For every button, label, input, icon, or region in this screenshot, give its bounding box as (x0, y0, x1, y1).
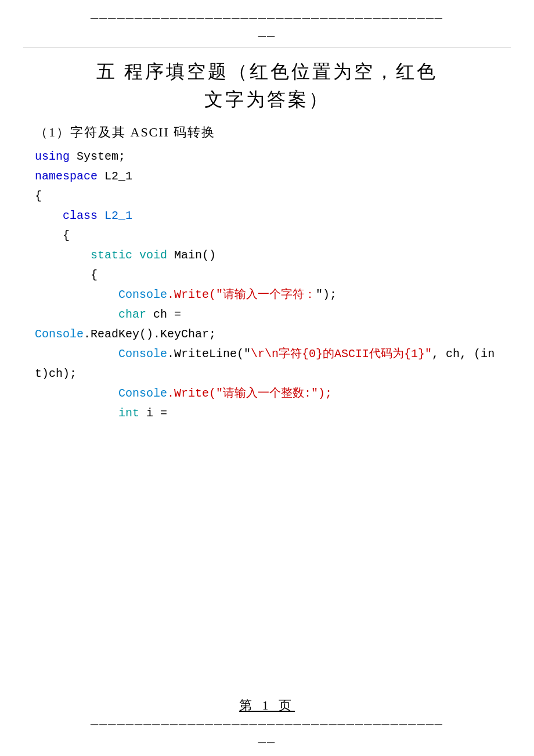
readkey: .ReadKey().KeyChar; (84, 327, 216, 341)
code-namespace-name: L2_1 (98, 170, 132, 183)
writeline-str: \r\n字符{0}的ASCII代码为{1}" (251, 347, 432, 361)
page-container: ————————————————————————————————————————… (0, 0, 534, 756)
code-line-11: Console.WriteLine("\r\n字符{0}的ASCII代码为{1}… (35, 344, 499, 384)
console-10: Console (35, 327, 84, 341)
class-name: L2_1 (98, 209, 132, 222)
bottom-dashes: ———————————————————————————————————————— (23, 717, 511, 735)
open-brace-1: { (35, 189, 42, 203)
code-line-1: using System; (35, 147, 499, 167)
ch-assign: ch = (146, 308, 181, 321)
end-8: "); (316, 288, 337, 301)
top-border-area: ————————————————————————————————————————… (0, 0, 534, 48)
section-title-line2: 文字为答案） (35, 85, 499, 113)
code-line-2: namespace L2_1 (35, 167, 499, 186)
main-method: Main() (167, 249, 216, 262)
indent-11 (35, 347, 118, 361)
code-line-7: { (35, 265, 499, 285)
write-int: .Write("请输入一个整数:"); (167, 387, 332, 400)
code-line-9: char ch = (35, 305, 499, 325)
indent-5 (35, 229, 63, 242)
indent-4 (35, 209, 63, 222)
top-double-dash: —— (23, 30, 511, 44)
kw-class: class (63, 209, 98, 222)
open-brace-2: { (63, 229, 70, 242)
kw-int: int (118, 406, 139, 420)
indent-12 (35, 387, 118, 400)
bottom-double-dash: —— (23, 736, 511, 750)
code-line-13: int i = (35, 404, 499, 423)
top-dashes: ———————————————————————————————————————— (23, 10, 511, 28)
indent-8 (35, 288, 118, 301)
section-title: 五 程序填空题（红色位置为空，红色 文字为答案） (35, 57, 499, 113)
code-line-5: { (35, 226, 499, 246)
code-line-6: static void Main() (35, 246, 499, 265)
console-12: Console (118, 387, 167, 400)
int-assign: i = (139, 406, 167, 420)
kw-namespace: namespace (35, 170, 98, 183)
code-block: using System; namespace L2_1 { class L2_… (35, 147, 499, 423)
open-brace-3: { (91, 268, 98, 282)
kw-char: char (118, 308, 146, 321)
console-11: Console (118, 347, 167, 361)
console-8: Console (118, 288, 167, 301)
indent-7 (35, 268, 91, 282)
code-line-8: Console.Write("请输入一个字符："); (35, 285, 499, 305)
indent-6 (35, 249, 91, 262)
subsection-title: （1）字符及其 ASCII 码转换 (35, 124, 499, 141)
code-system: System; (70, 150, 125, 163)
code-line-4: class L2_1 (35, 206, 499, 226)
indent-9 (35, 308, 118, 321)
main-content: 五 程序填空题（红色位置为空，红色 文字为答案） （1）字符及其 ASCII 码… (0, 52, 534, 435)
indent-13 (35, 406, 118, 420)
code-line-10: Console.ReadKey().KeyChar; (35, 325, 499, 344)
code-line-3: { (35, 186, 499, 206)
writeline-method: .WriteLine(" (167, 347, 251, 361)
section-title-line1: 五 程序填空题（红色位置为空，红色 (35, 57, 499, 85)
code-line-12: Console.Write("请输入一个整数:"); (35, 384, 499, 404)
page-number: 第 1 页 (23, 697, 511, 714)
kw-static-void: static void (91, 249, 167, 262)
bottom-border-area: 第 1 页 ——————————————————————————————————… (0, 697, 534, 756)
kw-using: using (35, 150, 70, 163)
separator-top (23, 48, 511, 48)
write-call-8: .Write("请输入一个字符： (167, 288, 316, 301)
